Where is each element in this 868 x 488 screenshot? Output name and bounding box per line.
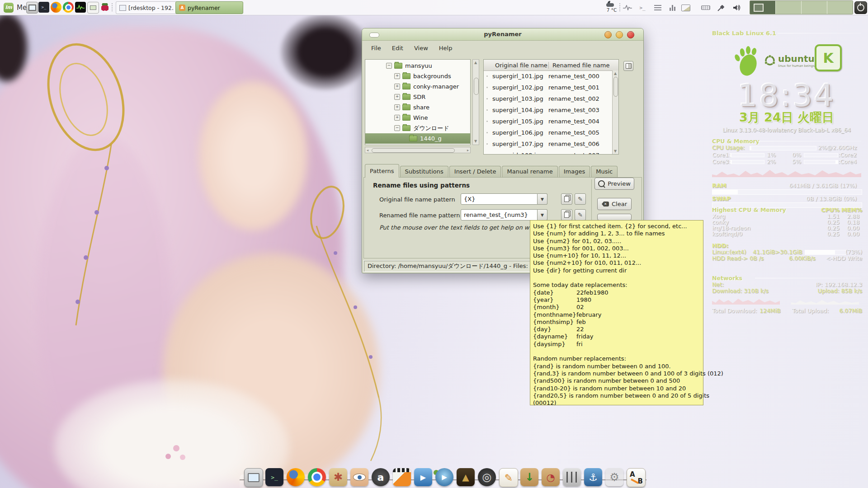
- dock-notes-icon[interactable]: ✎: [499, 468, 518, 487]
- dock-camera-icon[interactable]: ◎: [478, 468, 496, 486]
- scroll-up-icon[interactable]: ▲: [474, 61, 477, 65]
- dock-arch-viewer-icon[interactable]: ▲: [457, 468, 475, 486]
- dock-gears-icon[interactable]: ⚙: [605, 468, 623, 486]
- scrollbar-thumb[interactable]: [474, 78, 479, 95]
- tree-item-wine[interactable]: + Wine: [365, 113, 471, 123]
- volume-icon[interactable]: [732, 3, 742, 13]
- tree-item-share[interactable]: + share: [365, 102, 471, 113]
- window-titlebar[interactable]: pyRenamer: [362, 28, 643, 41]
- launcher-oscilloscope-icon[interactable]: [75, 2, 86, 13]
- file-row[interactable]: supergirl_104.jpgrename_test_003: [484, 104, 618, 116]
- plug-icon[interactable]: [716, 3, 726, 13]
- collapse-icon[interactable]: −: [386, 63, 392, 69]
- dock-amarok-icon[interactable]: a: [372, 468, 390, 486]
- menu-file[interactable]: File: [367, 43, 386, 53]
- preview-button[interactable]: Preview: [594, 178, 634, 190]
- file-row[interactable]: supergirl_105.jpgrename_test_004: [484, 116, 618, 127]
- expand-icon[interactable]: +: [394, 94, 400, 100]
- workspace-1-active[interactable]: [750, 1, 776, 14]
- tab-music[interactable]: Music: [591, 166, 618, 178]
- taskbar-rdesktop[interactable]: [rdesktop - 192.168....: [116, 1, 177, 14]
- tab-images[interactable]: Images: [559, 166, 590, 178]
- launcher-terminal-icon[interactable]: >_: [38, 2, 49, 13]
- list-options-button[interactable]: [623, 61, 633, 71]
- dock-rename-ab-icon[interactable]: A B: [627, 468, 646, 487]
- workspace-2[interactable]: [776, 1, 802, 14]
- scroll-down-icon[interactable]: ▼: [614, 150, 617, 153]
- scroll-right-icon[interactable]: ▸: [467, 149, 469, 152]
- file-row[interactable]: supergirl_103.jpgrename_test_002: [484, 93, 618, 104]
- tab-manual-rename[interactable]: Manual rename: [502, 166, 557, 178]
- scroll-up-icon[interactable]: ▲: [614, 72, 617, 75]
- dock-video-editor-icon[interactable]: [393, 468, 411, 486]
- launcher-firefox-icon[interactable]: [51, 2, 61, 13]
- launcher-raspberry-icon[interactable]: [99, 2, 110, 13]
- taskbar-pyrenamer[interactable]: A pyRenamer: [175, 1, 243, 14]
- scroll-down-icon[interactable]: ▼: [474, 140, 477, 143]
- scrollbar-thumb[interactable]: [613, 77, 618, 97]
- menu-view[interactable]: View: [410, 43, 433, 53]
- tab-substitutions[interactable]: Substitutions: [400, 166, 448, 178]
- tab-patterns[interactable]: Patterns: [365, 164, 399, 178]
- scrollbar-thumb[interactable]: [372, 148, 455, 153]
- clear-button[interactable]: ✕ Clear: [597, 198, 632, 210]
- dock-computer-icon[interactable]: [244, 468, 263, 487]
- dock-firefox-icon[interactable]: [287, 468, 305, 486]
- bar-chart-icon[interactable]: [667, 3, 677, 13]
- launcher-chrome-icon[interactable]: [63, 2, 74, 13]
- pattern-edit-button[interactable]: ✎: [575, 193, 586, 205]
- expand-icon[interactable]: +: [394, 104, 400, 110]
- terminal-tray-icon[interactable]: >_: [637, 3, 647, 13]
- file-row[interactable]: supergirl_107.jpgrename_test_006: [484, 138, 618, 150]
- original-pattern-input[interactable]: [461, 193, 538, 205]
- menu-help[interactable]: Help: [434, 43, 457, 53]
- list-vertical-scrollbar[interactable]: ▲ ▼: [612, 70, 618, 155]
- file-row[interactable]: supergirl_101.jpgrename_test_000: [484, 70, 618, 82]
- renamed-pattern-dropdown[interactable]: ▼: [538, 209, 547, 221]
- column-original[interactable]: Original file name: [484, 62, 548, 69]
- dock-video-player-icon[interactable]: ▶: [414, 468, 432, 486]
- pattern-copy-button[interactable]: [561, 193, 572, 205]
- power-button[interactable]: [854, 1, 867, 14]
- file-row[interactable]: supergirl_108.jpgrename_test_007: [484, 150, 618, 155]
- launcher-computer-icon[interactable]: [26, 2, 38, 14]
- menu-lines-icon[interactable]: [653, 3, 663, 13]
- dock-mixer-icon[interactable]: [563, 468, 581, 486]
- original-pattern-dropdown[interactable]: ▼: [538, 193, 547, 205]
- menu-edit[interactable]: Edit: [387, 43, 408, 53]
- tree-item-sdr[interactable]: + SDR: [365, 92, 471, 102]
- dock-eye-icon[interactable]: [350, 468, 368, 486]
- pattern-edit-button[interactable]: ✎: [575, 209, 586, 221]
- tree-item-conky-manager[interactable]: + conky-manager: [365, 81, 471, 92]
- collapse-icon[interactable]: −: [394, 125, 400, 131]
- rename-button-partial[interactable]: [597, 214, 632, 221]
- close-button[interactable]: [627, 31, 634, 38]
- tab-insert-delete[interactable]: Insert / Delete: [449, 166, 501, 178]
- dock-chrome-icon[interactable]: [308, 468, 326, 486]
- dock-terminal-icon[interactable]: >_: [265, 468, 283, 486]
- dock-package-installer-icon[interactable]: ↓: [520, 468, 538, 486]
- expand-icon[interactable]: +: [394, 84, 400, 89]
- launcher-multimeter-icon[interactable]: [87, 2, 99, 14]
- column-renamed[interactable]: Renamed file name: [548, 62, 610, 69]
- tree-item-mansyuu[interactable]: − mansyuu: [365, 61, 471, 71]
- file-row[interactable]: supergirl_106.jpgrename_test_005: [484, 127, 618, 138]
- tree-horizontal-scrollbar[interactable]: ◂ ▸: [365, 147, 471, 153]
- tree-vertical-scrollbar[interactable]: ▲ ▼: [472, 59, 479, 145]
- scroll-left-icon[interactable]: ◂: [367, 149, 368, 152]
- workspace-3[interactable]: [802, 1, 827, 14]
- dock-paint-icon[interactable]: ✱: [329, 468, 347, 486]
- renamed-pattern-input[interactable]: [461, 209, 538, 221]
- tree-item-backgrounds[interactable]: + backgrounds: [365, 71, 471, 81]
- expand-icon[interactable]: +: [394, 73, 400, 79]
- file-row[interactable]: supergirl_102.jpgrename_test_001: [484, 82, 618, 93]
- workspace-4[interactable]: [827, 1, 853, 14]
- pattern-copy-button[interactable]: [561, 209, 572, 221]
- dock-media-player-icon[interactable]: ▶: [435, 468, 453, 486]
- dock-anchor-icon[interactable]: ⚓: [584, 468, 602, 486]
- weather-applet[interactable]: 7 °C: [604, 0, 620, 13]
- workspace-switcher[interactable]: [750, 0, 853, 14]
- tree-item-1440g-selected[interactable]: 1440_g: [365, 133, 471, 144]
- pulse-monitor-icon[interactable]: [623, 3, 632, 13]
- image-viewer-icon[interactable]: [681, 3, 691, 13]
